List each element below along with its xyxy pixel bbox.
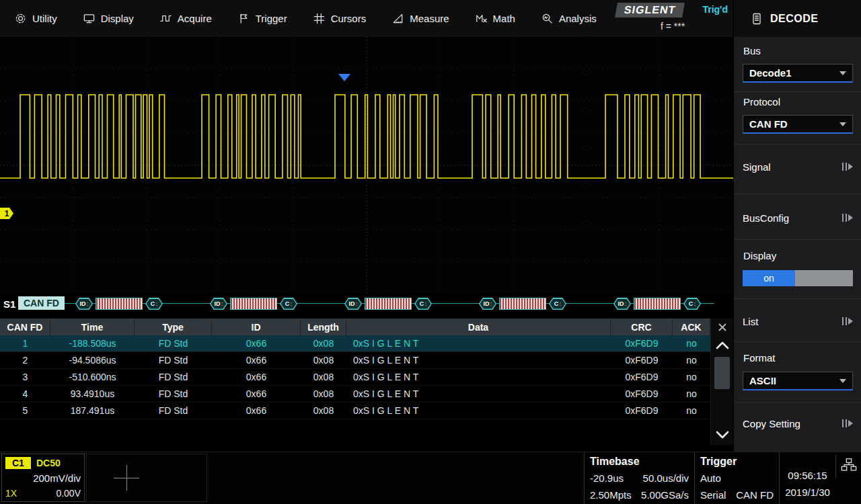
math-icon [475,12,488,25]
channel1-badge: C1 [5,457,31,469]
column-header: Length [301,319,346,335]
cell-type: FD Std [135,403,212,419]
trigger-status-label: Trig'd [702,4,728,15]
frame-id-badge: ID: [210,298,227,310]
trigger-flag-icon [237,12,250,25]
decoded-frame[interactable]: ID:C: [344,298,432,310]
expand-icon [842,214,853,222]
list-menu-item[interactable]: List [743,313,853,329]
frame-crc-badge: C: [549,298,566,310]
divider [734,298,861,299]
cell-ack: no [673,335,710,351]
menu-item-label: Display [101,13,134,24]
close-icon[interactable] [711,319,733,335]
cell-type: FD Std [135,386,212,402]
table-body: 1-188.508usFD Std0x660x080xS I G L E N T… [0,335,710,419]
trigger-title: Trigger [700,453,774,470]
decoded-frame[interactable]: ID:C: [613,298,701,310]
table-scrollbar [710,319,733,445]
menu-item-label: Math [493,13,515,24]
column-header: CRC [611,319,673,335]
decode-table-main: CAN FDTimeTypeIDLengthDataCRCACK 1-188.5… [0,319,710,445]
network-icon[interactable] [835,455,861,478]
copy-setting-menu-item[interactable]: Copy Setting [743,415,853,431]
column-header: CAN FD [0,319,50,335]
timebase-status[interactable]: Timebase -20.9us 50.0us/div 2.50Mpts 5.0… [584,452,694,504]
cell-num: 2 [0,352,50,368]
cell-data: 0xS I G L E N T [346,352,611,368]
signal-menu-item[interactable]: Signal [743,159,853,175]
menu-item-display[interactable]: Display [70,0,147,37]
cell-time: -94.5086us [50,352,135,368]
decode-panel-title: DECODE [770,13,818,25]
cell-id: 0x66 [212,386,301,402]
menu-item-label: Analysis [559,13,597,24]
column-header: Time [50,319,135,335]
expand-icon [842,317,853,325]
scroll-thumb[interactable] [714,357,730,389]
table-row[interactable]: 2-94.5086usFD Std0x660x080xS I G L E N T… [0,352,710,369]
frame-crc-badge: C: [683,298,701,310]
display-toggle-off [795,270,853,286]
brand-block: SIGLENT Trig'd f = *** [612,0,733,37]
decode-bus-row: S1 CAN FD ID:C:ID:C:ID:C:ID:C:ID:C: [0,294,733,314]
protocol-select[interactable]: CAN FD [743,115,853,134]
frame-crc-badge: C: [280,298,297,310]
add-channel-zone[interactable] [86,454,207,502]
table-row[interactable]: 493.4910usFD Std0x660x080xS I G L E N T0… [0,386,710,403]
clock-time: 09:56:15 [780,467,835,484]
waveform-c1 [0,37,733,294]
menu-item-utility[interactable]: Utility [1,0,70,37]
menu-item-trigger[interactable]: Trigger [225,0,300,37]
menu-item-label: Cursors [331,13,367,24]
cell-len: 0x08 [301,403,346,419]
menu-item-analysis[interactable]: Analysis [528,0,609,37]
frame-id-badge: ID: [75,298,93,310]
cell-ack: no [673,369,710,385]
cell-id: 0x66 [212,335,301,351]
bus-type-badge[interactable]: CAN FD [18,296,65,310]
copy-setting-label: Copy Setting [743,418,800,429]
channel1-status[interactable]: C1 DC50 200mV/div 1X 0.00V [1,454,85,502]
scroll-down-button[interactable] [711,425,733,445]
frame-data-bits [230,298,277,310]
waveform-display: 1 [0,37,733,294]
menu-item-label: Measure [410,13,449,24]
decoded-frame[interactable]: ID:C: [75,298,163,310]
cell-crc: 0xF6D9 [611,335,673,351]
protocol-label: Protocol [743,96,780,108]
bus-source-label: S1 [3,298,15,310]
table-row[interactable]: 3-510.600nsFD Std0x660x080xS I G L E N T… [0,369,710,386]
frame-id-badge: ID: [479,298,496,310]
table-row[interactable]: 5187.491usFD Std0x660x080xS I G L E N T0… [0,403,710,419]
menu-item-acquire[interactable]: Acquire [147,0,225,37]
trigger-source: Serial [700,489,726,501]
bus-select[interactable]: Decode1 [743,64,853,83]
scroll-up-button[interactable] [711,335,733,355]
analysis-icon [541,12,554,25]
busconfig-label: BusConfig [743,212,789,224]
cell-time: -510.600ns [50,369,135,385]
menu-item-cursors[interactable]: Cursors [300,0,379,37]
decoded-frame[interactable]: ID:C: [479,298,566,310]
timebase-points: 2.50Mpts [590,489,632,501]
decoded-frame[interactable]: ID:C: [210,298,297,310]
divider [734,91,861,92]
cell-time: -188.508us [50,335,135,351]
column-header: ID [212,319,301,335]
chevron-down-icon [839,379,846,383]
table-row[interactable]: 1-188.508usFD Std0x660x080xS I G L E N T… [0,335,710,352]
trigger-bus-type: CAN FD [736,489,774,501]
acquire-icon [159,12,172,25]
trigger-position-marker[interactable] [338,74,350,81]
busconfig-menu-item[interactable]: BusConfig [743,210,853,226]
oscilloscope-screen: UtilityDisplayAcquireTriggerCursorsMeasu… [0,0,861,504]
frame-data-bits [365,298,412,310]
format-select[interactable]: ASCII [743,372,853,390]
menu-item-math[interactable]: Math [462,0,528,37]
cell-len: 0x08 [301,369,346,385]
display-toggle[interactable]: on [743,270,853,286]
trigger-status-box[interactable]: Trigger Auto Serial CAN FD [694,452,779,504]
timebase-delay: -20.9us [590,472,624,484]
menu-item-measure[interactable]: Measure [379,0,461,37]
